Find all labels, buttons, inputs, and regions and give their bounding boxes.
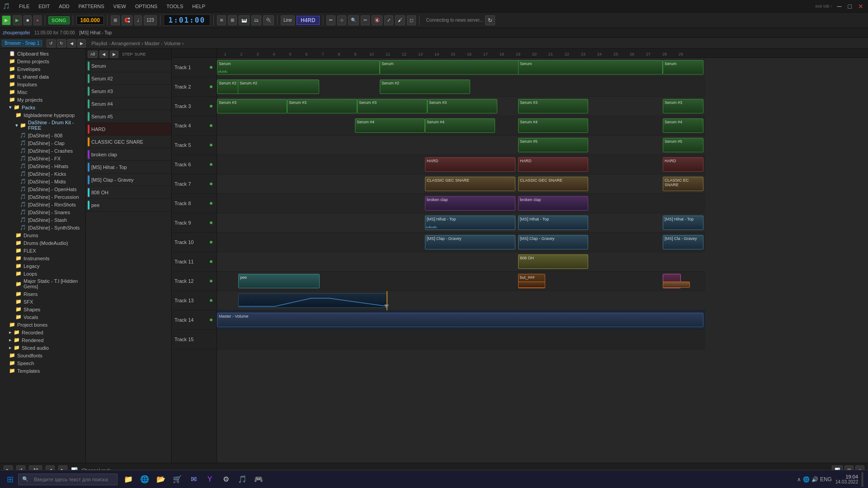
clip-serum3-t3-1[interactable]: Serum #3	[217, 99, 287, 113]
clip-serum5-t5-1[interactable]: Serum #5	[518, 138, 588, 152]
piano-roll-btn[interactable]: 🎹	[239, 15, 250, 25]
channel-rack-btn[interactable]: ⊞	[228, 15, 237, 25]
track-row-5[interactable]: Serum #5 Serum #5	[217, 136, 705, 155]
clip-serum-t1-4[interactable]: Serum	[663, 60, 703, 75]
clip-snare-t7-2[interactable]: CLASSIC GEC SNARE	[518, 177, 588, 191]
channel-item-hard[interactable]: HARD	[86, 123, 171, 136]
sidebar-item-sliced-audio[interactable]: ▸ 📁 Sliced audio	[0, 344, 85, 352]
clip-serum3-t3-6[interactable]: Serum #3	[663, 99, 703, 113]
sidebar-item-soundfonts[interactable]: 📁 Soundfonts	[0, 352, 85, 359]
sidebar-item-idg[interactable]: 📁 Idgbladerene hyperpop	[0, 111, 85, 119]
browser-snap-button[interactable]: Browser - Snap 1	[2, 40, 42, 47]
sidebar-item-rendered[interactable]: ▸ 📁 Rendered	[0, 336, 85, 344]
sidebar-item-drums-mode[interactable]: 📁 Drums (ModeAudio)	[0, 239, 85, 247]
timeline-grid[interactable]: 1 2 3 4 5 6 7 8 9 10 11 12 13 14 15 16 1	[217, 49, 868, 463]
browse-back-button[interactable]: ◀	[67, 39, 76, 47]
clip-serum3-t3-2[interactable]: Serum #3	[287, 99, 357, 113]
sidebar-item-synthshots[interactable]: 🎵 [DaShine] - SynthShots	[0, 224, 85, 231]
mute-tool[interactable]: 🔇	[372, 15, 382, 25]
track-row-4[interactable]: Serum #4 Serum #4 Serum #4 Serum #4	[217, 116, 705, 136]
sidebar-item-loops[interactable]: 📁 Loops	[0, 270, 85, 277]
menu-add[interactable]: ADD	[57, 3, 71, 10]
clip-serum4-t4-2[interactable]: Serum #4	[425, 118, 495, 133]
menu-patterns[interactable]: PATTERNS	[77, 3, 106, 10]
taskbar-steam-icon[interactable]: ⚙	[219, 472, 233, 487]
sidebar-item-stash[interactable]: 🎵 [DaShine] - Stash	[0, 216, 85, 224]
taskbar-edge-icon[interactable]: 🌐	[137, 472, 152, 487]
undo-button[interactable]: ↺	[47, 39, 56, 47]
sidebar-item-clipboard[interactable]: 📋 Clipboard files	[0, 50, 85, 57]
refresh-button[interactable]: ↻	[485, 15, 495, 25]
channel-item-serum4[interactable]: Serum #4	[86, 98, 171, 110]
menu-file[interactable]: FILE	[17, 3, 31, 10]
stop-button[interactable]: ■	[24, 15, 32, 25]
snap-button[interactable]: ⊞	[111, 15, 120, 25]
clip-serum5-t5-2[interactable]: Serum #5	[663, 138, 703, 152]
clip-master-t14[interactable]: Master - Volume	[217, 313, 703, 327]
clip-serum-t1-3[interactable]: Serum	[518, 60, 663, 75]
browse-forward-button[interactable]: ▶	[77, 39, 86, 47]
sidebar-item-envelopes[interactable]: 📁 Envelopes	[0, 65, 85, 73]
metronome-button[interactable]: ♩	[134, 15, 142, 25]
redo-button[interactable]: ↻	[57, 39, 66, 47]
menu-help[interactable]: HELP	[190, 3, 207, 10]
channel-item-clap-gravey[interactable]: [MS] Clap - Gravey	[86, 174, 171, 186]
clip-snare-t7-1[interactable]: CLASSIC GEC SNARE	[425, 177, 515, 191]
menu-tools[interactable]: TOOLS	[165, 3, 185, 10]
sidebar-item-dashine[interactable]: ▾ 📁 DaShine - Drum Kit - FREE	[0, 119, 85, 131]
clip-serum4-t4-3[interactable]: Serum #4	[518, 118, 588, 133]
sidebar-item-my-projects[interactable]: 📁 My projects	[0, 96, 85, 103]
show-desktop-button[interactable]	[862, 472, 863, 487]
eraser-tool[interactable]: ◻	[407, 15, 416, 25]
clip-hihat-t9-3[interactable]: [MS] Hihat - Top	[663, 216, 703, 230]
select-tool[interactable]: ⊹	[337, 15, 346, 25]
clip-audio-t12-4[interactable]	[518, 282, 545, 288]
sidebar-item-clap[interactable]: 🎵 [DaShine] - Clap	[0, 139, 85, 147]
track-row-7[interactable]: CLASSIC GEC SNARE CLASSIC GEC SNARE CLAS…	[217, 174, 705, 194]
track-row-9[interactable]: [MS] Hihat - Top	[217, 213, 705, 233]
sidebar-item-shapes[interactable]: 📁 Shapes	[0, 305, 85, 313]
sidebar-item-demo[interactable]: 📁 Demo projects	[0, 57, 85, 65]
menu-options[interactable]: OPTIONS	[133, 3, 160, 10]
taskbar-mail-icon[interactable]: ✉	[186, 472, 201, 487]
clip-clapg-t10-3[interactable]: [MS] Cla - Gravey	[663, 235, 703, 249]
clip-audio-t12-5[interactable]	[663, 282, 690, 288]
track-row-1[interactable]: Serum Serum Serum Serum	[217, 58, 705, 77]
start-button[interactable]: ⊞	[3, 472, 17, 487]
taskbar-yahoo-icon[interactable]: Y	[203, 472, 217, 487]
channel-item-clap[interactable]: broken clap	[86, 148, 171, 161]
sidebar-item-il-shared[interactable]: 📁 IL shared data	[0, 73, 85, 80]
track-row-10[interactable]: [MS] Clap - Gravey [MS] Clap - Gravey [M…	[217, 233, 705, 252]
clip-serum-t1-1[interactable]: Serum	[217, 60, 380, 75]
track-row-6[interactable]: HARD HARD HARD	[217, 155, 705, 174]
paint-tool[interactable]: 🖌	[395, 15, 405, 25]
track-row-12[interactable]: pee but_###	[217, 272, 705, 291]
taskbar-search[interactable]	[30, 475, 113, 484]
sidebar-item-flex[interactable]: 📁 FLEX	[0, 247, 85, 254]
sidebar-item-808[interactable]: 🎵 [DaShine] - 808	[0, 131, 85, 139]
clip-serum4-t4-1[interactable]: Serum #4	[355, 118, 425, 133]
pencil-tool[interactable]: ✏	[326, 15, 335, 25]
count-in-button[interactable]: 123	[144, 15, 157, 25]
sidebar-item-hihats[interactable]: 🎵 [DaShine] - Hihats	[0, 162, 85, 170]
taskbar-store-icon[interactable]: 🛒	[170, 472, 184, 487]
network-icon[interactable]: 🌐	[803, 476, 810, 483]
plugins-btn[interactable]: 🔌	[263, 15, 274, 25]
clip-hard-t6-1[interactable]: HARD	[425, 157, 515, 172]
taskbar-app1-icon[interactable]: 🎵	[235, 472, 250, 487]
sidebar-item-drums[interactable]: 📁 Drums	[0, 231, 85, 239]
clip-serum3-t3-4[interactable]: Serum #3	[427, 99, 497, 113]
clip-clapg-t10-1[interactable]: [MS] Clap - Gravey	[425, 235, 515, 249]
channel-item-hihat[interactable]: [MS] Hihat - Top	[86, 161, 171, 174]
sidebar-item-legacy[interactable]: 📁 Legacy	[0, 262, 85, 270]
sidebar-item-project-bones[interactable]: 📁 Project bones	[0, 321, 85, 328]
slip-tool[interactable]: ⤢	[384, 15, 393, 25]
sidebar-item-rimshots[interactable]: 🎵 [DaShine] - RimShots	[0, 201, 85, 208]
record-arm-button[interactable]: ▶	[2, 15, 11, 25]
clip-snare-t7-3[interactable]: CLASSIC EC SNARE	[663, 177, 703, 191]
sidebar-item-packs[interactable]: ▾ 📁 Packs	[0, 103, 85, 111]
menu-view[interactable]: VIEW	[112, 3, 128, 10]
channel-item-snare[interactable]: CLASSIC GEC SNARE	[86, 136, 171, 148]
sidebar-item-openhats[interactable]: 🎵 [DaShine] - OpenHats	[0, 185, 85, 193]
taskbar-files-icon[interactable]: 📂	[154, 472, 168, 487]
